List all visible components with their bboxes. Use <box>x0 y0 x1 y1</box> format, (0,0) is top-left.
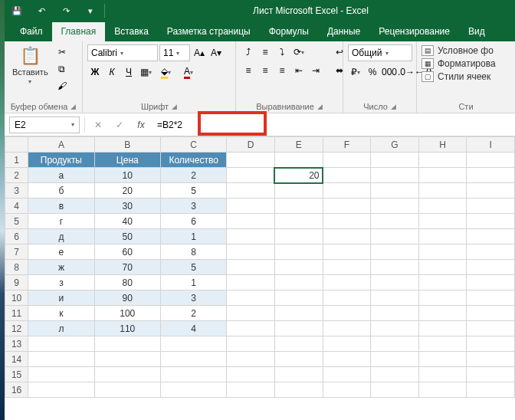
cell-styles-button[interactable]: ▢Стили ячеек <box>422 71 490 83</box>
cell[interactable] <box>28 352 94 367</box>
cell[interactable] <box>371 367 419 382</box>
tab-view[interactable]: Вид <box>459 22 494 41</box>
tab-page-layout[interactable]: Разметка страницы <box>158 22 260 41</box>
cell[interactable] <box>323 214 371 229</box>
cell[interactable] <box>227 244 275 260</box>
col-header[interactable]: F <box>323 137 371 153</box>
tab-home[interactable]: Главная <box>52 22 106 41</box>
tab-file[interactable]: Файл <box>11 22 52 41</box>
fx-icon[interactable]: fx <box>133 116 149 133</box>
row-header[interactable]: 12 <box>5 321 28 336</box>
cell[interactable] <box>371 153 419 168</box>
cell[interactable] <box>467 229 515 244</box>
dialog-launcher-icon[interactable]: ◢ <box>317 103 323 110</box>
cell[interactable] <box>467 382 515 398</box>
cell[interactable]: 2 <box>160 168 226 183</box>
cell[interactable]: 2 <box>160 306 226 321</box>
cell[interactable] <box>467 168 515 183</box>
font-size-combo[interactable]: 11▾ <box>159 44 190 61</box>
cell[interactable] <box>371 306 419 321</box>
col-header[interactable]: E <box>274 137 323 153</box>
cell[interactable]: 70 <box>94 260 160 275</box>
cell[interactable] <box>418 214 467 229</box>
cell[interactable] <box>418 290 467 306</box>
cell[interactable] <box>467 336 515 352</box>
cell[interactable] <box>371 244 419 260</box>
align-bottom-icon[interactable]: ⤵ <box>274 44 290 60</box>
font-color-icon[interactable]: A▾ <box>178 64 199 80</box>
cell[interactable] <box>227 214 275 229</box>
cell[interactable]: в <box>28 199 94 214</box>
align-middle-icon[interactable]: ≡ <box>258 44 273 60</box>
row-header[interactable]: 2 <box>5 168 28 183</box>
cell[interactable]: 80 <box>94 275 160 290</box>
cell[interactable]: 40 <box>94 214 160 229</box>
conditional-formatting-button[interactable]: ▤Условное фо <box>422 44 494 57</box>
cell[interactable]: 1 <box>160 229 226 244</box>
cell[interactable] <box>371 214 419 229</box>
tab-insert[interactable]: Вставка <box>105 22 158 41</box>
col-header[interactable]: B <box>94 137 160 153</box>
cell[interactable]: 50 <box>94 229 160 244</box>
row-header[interactable]: 5 <box>5 214 28 229</box>
cell[interactable]: ж <box>28 260 94 275</box>
bold-button[interactable]: Ж <box>87 64 103 80</box>
cell[interactable] <box>274 306 323 321</box>
cell[interactable]: 100 <box>94 306 160 321</box>
cell[interactable]: 8 <box>160 244 226 260</box>
cell[interactable]: з <box>28 275 94 290</box>
cell[interactable] <box>467 290 515 306</box>
cell[interactable]: 3 <box>160 199 226 214</box>
cell[interactable]: 110 <box>94 321 160 336</box>
cut-icon[interactable]: ✂ <box>54 44 70 60</box>
row-header[interactable]: 9 <box>5 275 28 290</box>
comma-icon[interactable]: 000 <box>382 64 397 80</box>
col-header[interactable]: G <box>371 137 419 153</box>
cell[interactable]: 60 <box>94 244 160 260</box>
cell[interactable]: 90 <box>94 290 160 306</box>
cell[interactable]: и <box>28 290 94 306</box>
percent-icon[interactable]: % <box>365 64 380 80</box>
cell[interactable] <box>227 321 275 336</box>
row-header[interactable]: 3 <box>5 183 28 199</box>
cell[interactable] <box>227 260 275 275</box>
copy-icon[interactable]: ⧉ <box>54 61 70 77</box>
cell[interactable] <box>323 336 371 352</box>
enter-formula-icon[interactable]: ✓ <box>111 116 128 133</box>
cell[interactable] <box>467 275 515 290</box>
cell[interactable]: л <box>28 321 94 336</box>
cell[interactable] <box>371 183 419 199</box>
cell[interactable] <box>94 367 160 382</box>
number-format-combo[interactable]: Общий▾ <box>348 44 412 61</box>
cell[interactable] <box>371 321 419 336</box>
cell[interactable] <box>28 367 94 382</box>
format-as-table-button[interactable]: ▦Форматирова <box>422 57 496 70</box>
worksheet-grid[interactable]: A B C D E F G H I 1 Продукты Цена Количе… <box>5 136 515 420</box>
cell[interactable] <box>418 321 467 336</box>
cell[interactable] <box>371 168 419 183</box>
cell[interactable] <box>418 168 467 183</box>
cell[interactable] <box>28 336 94 352</box>
align-left-icon[interactable]: ≡ <box>241 63 256 78</box>
cell[interactable] <box>227 367 275 382</box>
cell[interactable] <box>467 214 515 229</box>
cell[interactable] <box>418 260 467 275</box>
cell[interactable] <box>323 382 371 398</box>
cell[interactable] <box>227 275 275 290</box>
cell[interactable] <box>274 275 323 290</box>
cell[interactable] <box>274 382 323 398</box>
cell[interactable]: е <box>28 244 94 260</box>
cell[interactable] <box>323 290 371 306</box>
col-header[interactable]: I <box>467 137 515 153</box>
cell[interactable] <box>227 336 275 352</box>
cell[interactable] <box>94 336 160 352</box>
cell[interactable] <box>160 352 226 367</box>
cell[interactable] <box>371 199 419 214</box>
cell[interactable] <box>467 183 515 199</box>
dialog-launcher-icon[interactable]: ◢ <box>391 103 396 110</box>
dialog-launcher-icon[interactable]: ◢ <box>71 103 76 110</box>
row-header[interactable]: 10 <box>5 290 28 306</box>
cell[interactable] <box>323 244 371 260</box>
cell[interactable] <box>323 352 371 367</box>
redo-icon[interactable]: ↷ <box>54 0 78 21</box>
